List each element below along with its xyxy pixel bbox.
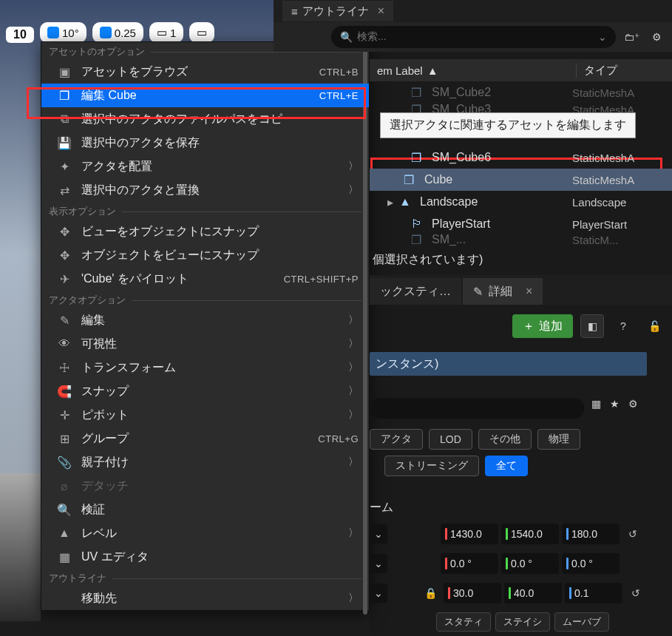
menu-transform[interactable]: ☩トランスフォーム〉	[41, 356, 369, 379]
snap-icon: ✥	[58, 225, 71, 238]
instance-bar[interactable]: ンスタンス)	[370, 352, 647, 376]
star-icon[interactable]: ★	[610, 398, 620, 410]
scale-x[interactable]: 30.0	[444, 583, 501, 603]
chip-physics[interactable]: 物理	[537, 429, 580, 450]
rotation-dropdown[interactable]: ⌄	[370, 554, 387, 573]
rotation-y[interactable]: 0.0 °	[501, 553, 559, 574]
menu-snap-view-to-obj[interactable]: ✥ ビューをオブジェクトにスナップ	[41, 220, 369, 243]
camera-pill[interactable]: ▭1	[149, 22, 183, 43]
add-label: 追加	[539, 319, 563, 334]
location-dropdown[interactable]: ⌄	[370, 524, 387, 544]
plus-icon: ＋	[523, 319, 534, 334]
angle-snap-pill[interactable]: 10°	[40, 22, 86, 43]
label: 親子付け	[81, 455, 338, 470]
menu-edit-cube[interactable]: ❐ 編集 Cube CTRL+E	[41, 84, 369, 107]
outliner-row[interactable]: ▸▲LandscapeLandscape	[370, 191, 672, 213]
label: ビューをオブジェクトにスナップ	[81, 224, 359, 240]
menu-place-actor[interactable]: ✦ アクタを配置 〉	[41, 155, 369, 178]
menu-pilot-cube[interactable]: ✈ 'Cube' をパイロット CTRL+SHIFT+P	[41, 267, 369, 291]
chip-misc[interactable]: その他	[478, 429, 532, 450]
unlock-icon[interactable]: 🔓	[642, 314, 666, 338]
menu-uv-editor[interactable]: ▦UV エディタ	[41, 545, 369, 569]
rotation-x[interactable]: 0.0 °	[441, 553, 498, 574]
close-icon[interactable]: ×	[526, 285, 532, 298]
label: レベル	[81, 526, 338, 541]
outliner-row[interactable]: ❐SM_Cube6StaticMeshA	[370, 146, 672, 169]
chip-actor[interactable]: アクタ	[370, 429, 423, 450]
menu-copy-path[interactable]: ⧉ 選択中のアクタのファイルパスをコピー	[41, 107, 369, 131]
viewport-floor	[0, 473, 41, 621]
sort-asc-icon: ▲	[427, 64, 438, 77]
shortcut: CTRL+SHIFT+P	[284, 274, 359, 285]
add-button[interactable]: ＋追加	[512, 314, 573, 338]
menu-verify[interactable]: 🔍検証	[41, 498, 369, 521]
close-icon[interactable]: ×	[378, 4, 384, 18]
column-type[interactable]: タイプ	[576, 64, 672, 78]
tab-details[interactable]: ✎詳細×	[463, 278, 543, 305]
search-icon: 🔍	[58, 503, 71, 516]
selection-status: 個選択されています)	[370, 247, 672, 272]
gear-icon[interactable]: ⚙	[628, 398, 638, 410]
reset-icon[interactable]: ↺	[627, 587, 645, 599]
outliner-row[interactable]: ❐SM_...StaticM...	[370, 235, 672, 244]
chip-all[interactable]: 全て	[485, 456, 528, 476]
lock-icon[interactable]: 🔒	[421, 587, 439, 599]
landscape-icon: ▲	[399, 195, 414, 209]
chevron-down-icon[interactable]: ⌄	[598, 31, 607, 43]
chip-streaming[interactable]: ストリーミング	[384, 456, 479, 476]
location-y[interactable]: 1540.0	[501, 524, 559, 544]
outliner-row[interactable]: 🏳PlayerStartPlayerStart	[370, 213, 672, 235]
expand-icon[interactable]: ▸	[387, 195, 398, 209]
magnet-icon: 🧲	[58, 385, 71, 398]
chevron-right-icon: 〉	[348, 361, 359, 374]
menu-snap-obj-to-view[interactable]: ✥ オブジェクトをビューにスナップ	[41, 243, 369, 267]
details-search-input[interactable]	[370, 398, 584, 419]
menu-detach: ⌀デタッチ	[41, 474, 369, 498]
scale-dropdown[interactable]: ⌄	[370, 583, 387, 603]
chevron-right-icon: 〉	[348, 456, 359, 469]
label: 編集	[81, 313, 338, 328]
scale-z[interactable]: 0.1	[565, 583, 622, 603]
tab-static[interactable]: ックスティ…	[370, 278, 461, 305]
chip-lod[interactable]: LOD	[429, 429, 472, 450]
menu-move-to[interactable]: 移動先〉	[41, 586, 369, 610]
extra-pill[interactable]: ▭	[189, 22, 214, 43]
help-icon[interactable]: ?	[611, 314, 635, 338]
blueprint-icon[interactable]: ◧	[580, 314, 604, 338]
grid-icon[interactable]: ▦	[591, 398, 601, 410]
chevron-right-icon: 〉	[348, 592, 359, 605]
menu-pivot[interactable]: ✛ピボット〉	[41, 403, 369, 427]
location-x[interactable]: 1430.0	[441, 524, 498, 544]
label: アセットをブラウズ	[81, 64, 309, 80]
reset-icon[interactable]: ↺	[624, 528, 642, 540]
menu-level[interactable]: ▲レベル〉	[41, 521, 369, 545]
menu-visibility[interactable]: 👁可視性〉	[41, 332, 369, 356]
grid-snap-value[interactable]: 10	[6, 27, 34, 43]
scale-y[interactable]: 40.0	[504, 583, 562, 603]
mobility-static[interactable]: スタティ	[436, 612, 491, 632]
menu-edit[interactable]: ✎編集〉	[41, 308, 369, 332]
menu-snap[interactable]: 🧲スナップ〉	[41, 379, 369, 403]
menu-attach[interactable]: 📎親子付け〉	[41, 450, 369, 474]
column-item-label[interactable]: em Label▲	[370, 64, 576, 77]
menu-browse-asset[interactable]: ▣ アセットをブラウズ CTRL+B	[41, 60, 369, 84]
pencil-icon: ✎	[58, 314, 71, 327]
search-input[interactable]: 🔍 検索... ⌄	[331, 26, 616, 48]
label: グループ	[81, 431, 308, 447]
scale-snap-pill[interactable]: 0.25	[92, 22, 143, 43]
menu-save-actor[interactable]: 💾 選択中のアクタを保存	[41, 131, 369, 155]
gear-icon[interactable]: ⚙	[647, 27, 666, 47]
outliner-tab-bar: ≡アウトライナ×	[274, 0, 672, 22]
label: UV エディタ	[81, 549, 359, 565]
outliner-row[interactable]: ❐SM_Cube2StaticMeshA	[370, 81, 672, 104]
menu-group[interactable]: ⊞グループCTRL+G	[41, 427, 369, 450]
rotation-z[interactable]: 0.0 °	[562, 553, 620, 574]
outliner-tab[interactable]: ≡アウトライナ×	[282, 1, 393, 21]
mobility-stationary[interactable]: ステイシ	[495, 612, 550, 632]
location-z[interactable]: 180.0	[562, 524, 620, 544]
mobility-movable[interactable]: ムーバブ	[554, 612, 609, 632]
search-placeholder: 検索...	[357, 30, 387, 44]
menu-replace-actor[interactable]: ⇄ 選択中のアクタと置換 〉	[41, 178, 369, 202]
new-folder-icon[interactable]: 🗀⁺	[622, 27, 641, 47]
outliner-row-selected[interactable]: ❐CubeStaticMeshA	[370, 169, 672, 191]
